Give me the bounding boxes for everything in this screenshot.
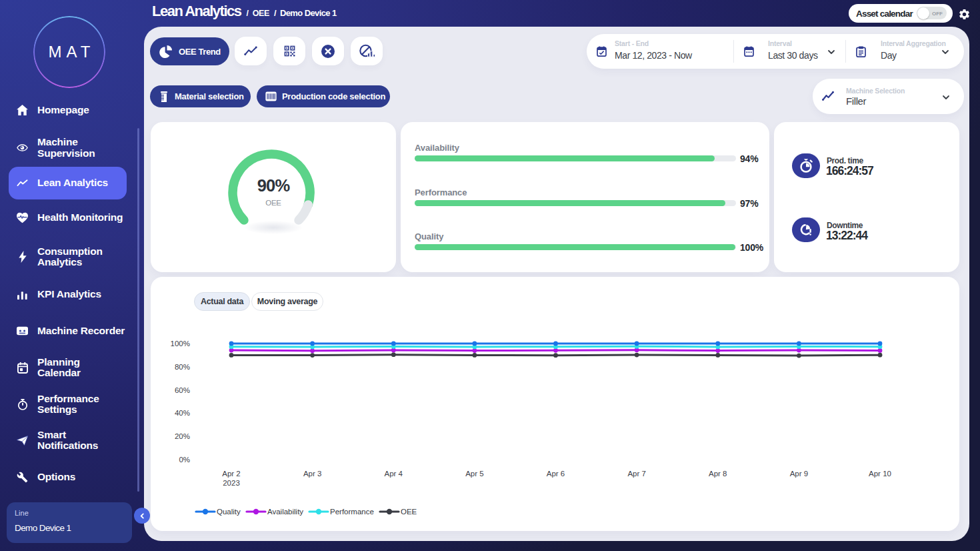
svg-text:Apr 3: Apr 3: [303, 470, 322, 478]
svg-text:Performance: Performance: [330, 508, 374, 516]
svg-text:20%: 20%: [175, 432, 190, 440]
svg-text:Apr 7: Apr 7: [627, 470, 646, 478]
svg-text:0%: 0%: [179, 456, 190, 464]
svg-text:Apr 10: Apr 10: [869, 470, 891, 478]
svg-text:60%: 60%: [175, 386, 190, 394]
svg-text:Apr 2: Apr 2: [222, 470, 241, 478]
svg-text:40%: 40%: [175, 409, 190, 417]
svg-text:Apr 8: Apr 8: [709, 470, 727, 478]
svg-text:OEE: OEE: [401, 508, 417, 516]
svg-text:Apr 9: Apr 9: [790, 470, 809, 478]
svg-text:Apr 6: Apr 6: [547, 470, 565, 478]
svg-text:Apr 4: Apr 4: [385, 470, 403, 478]
svg-text:80%: 80%: [175, 363, 190, 371]
svg-text:2023: 2023: [223, 479, 240, 487]
svg-text:Quality: Quality: [217, 508, 241, 516]
svg-text:Availability: Availability: [267, 508, 303, 516]
svg-text:Apr 5: Apr 5: [465, 470, 484, 478]
svg-text:100%: 100%: [171, 340, 190, 348]
